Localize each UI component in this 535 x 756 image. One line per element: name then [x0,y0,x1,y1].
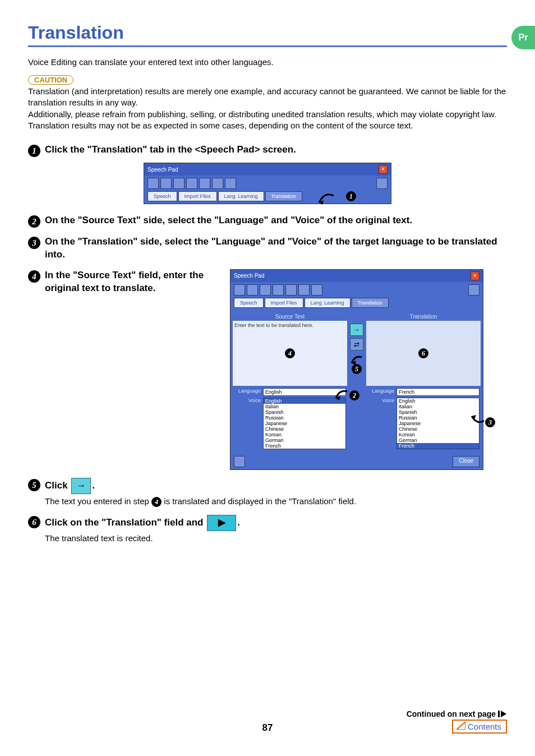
tab-lang-learning[interactable]: Lang. Learning [218,191,264,201]
toolbar-button[interactable] [311,284,322,296]
toolbar-button[interactable] [147,178,159,189]
window-title: Speech Pad [147,167,178,173]
step-number-1: 1 [28,145,40,157]
step-number-5: 5 [28,479,40,491]
pr-badge: Pr [511,26,535,49]
tab-translation[interactable]: Translation [352,298,389,308]
toolbar-button[interactable] [225,178,236,189]
target-voice-list[interactable]: English Italian Spanish Russian Japanese… [396,398,479,449]
translation-panel-label: Translation [366,312,481,321]
page-number: 87 [28,722,507,734]
svg-marker-6 [456,722,465,730]
toolbar-button[interactable] [273,284,284,296]
tab-lang-learning[interactable]: Lang. Learning [305,298,350,308]
close-icon[interactable]: × [379,165,388,174]
tab-speech[interactable]: Speech [234,298,264,308]
page-title: Translation [28,22,507,47]
toolbar-button[interactable] [173,178,185,189]
toolbar-button[interactable] [298,284,310,296]
intro-text: Voice Editing can translate your entered… [28,57,507,67]
toolbar-button[interactable] [376,178,388,189]
step-3-title: On the "Translation" side, select the "L… [45,236,507,261]
step-number-3: 3 [28,237,40,249]
callout-4: 4 [285,348,295,358]
source-panel-label: Source Text [233,312,347,321]
target-language-select[interactable]: French [396,388,479,396]
caution-line: Translation results may not be as expect… [28,120,507,131]
translation-text-field[interactable]: 6 [366,321,481,386]
callout-2: 2 [349,390,359,400]
tab-speech[interactable]: Speech [147,191,177,201]
translate-arrow-icon[interactable]: → [71,478,91,494]
inline-step-ref-4: 4 [151,497,162,507]
tab-import-files[interactable]: Import Files [178,191,217,201]
toolbar-button[interactable] [260,284,271,296]
caution-line: Translation (and interpretation) results… [28,86,507,109]
source-voice-list[interactable]: English Italian Spanish Russian Japanese… [263,398,346,449]
toolbar-button[interactable] [468,284,479,296]
toolbar-button[interactable] [234,284,245,296]
step-6-title: Click on the "Translation" field and ▶. [45,515,240,531]
speechpad-screenshot-2: Speech Pad × [230,269,483,470]
tab-translation[interactable]: Translation [265,191,302,201]
step-number-2: 2 [28,215,40,228]
language-label: Language [234,388,261,394]
step-number-4: 4 [28,270,40,283]
voice-label: Voice [367,398,394,403]
step-5-title: Click →. [45,478,95,494]
toolbar-button[interactable] [247,284,258,296]
contents-button[interactable]: Contents [452,720,507,734]
svg-rect-4 [498,711,500,717]
step-4-title: In the "Source Text" field, enter the or… [45,269,219,295]
step-number-6: 6 [28,516,40,528]
caution-block: CAUTION Translation (and interpretation)… [28,75,507,131]
toolbar-button[interactable] [212,178,223,189]
close-button[interactable]: Close [453,456,479,467]
step-2-title: On the "Source Text" side, select the "L… [45,214,412,227]
window-title: Speech Pad [234,273,265,279]
caution-label: CAUTION [28,75,73,85]
svg-marker-5 [501,711,506,717]
callout-6: 6 [418,348,428,358]
step-5-body: The text you entered in step 4 is transl… [45,496,507,507]
callout-1: 1 [346,191,356,201]
source-text-field[interactable]: Enter the text to be translated here. 4 [233,321,347,386]
continued-next-page: Continued on next page [28,709,507,719]
play-button-icon[interactable]: ▶ [207,515,236,531]
toolbar-button[interactable] [199,178,210,189]
callout-3: 3 [485,417,495,427]
toolbar-button[interactable] [160,178,172,189]
swap-button-icon[interactable]: ⇄ [350,338,363,351]
footer-button[interactable] [234,456,245,467]
voice-label: Voice [234,398,261,403]
translate-button-icon[interactable]: → [350,324,363,336]
close-icon[interactable]: × [471,271,479,280]
caution-line: Additionally, please refrain from publis… [28,109,507,120]
language-label: Language [367,388,394,394]
toolbar-button[interactable] [186,178,197,189]
step-6-body: The translated text is recited. [45,533,507,543]
tab-import-files[interactable]: Import Files [265,298,303,308]
toolbar-button[interactable] [285,284,297,296]
source-placeholder: Enter the text to be translated here. [234,322,313,328]
next-page-icon [498,710,507,719]
step-1-title: Click the "Translation" tab in the <Spee… [45,144,296,156]
contents-label: Contents [468,722,501,731]
contents-icon [456,722,465,731]
callout-5: 5 [352,364,362,374]
speechpad-screenshot-1: Speech Pad × Speech [144,163,391,204]
